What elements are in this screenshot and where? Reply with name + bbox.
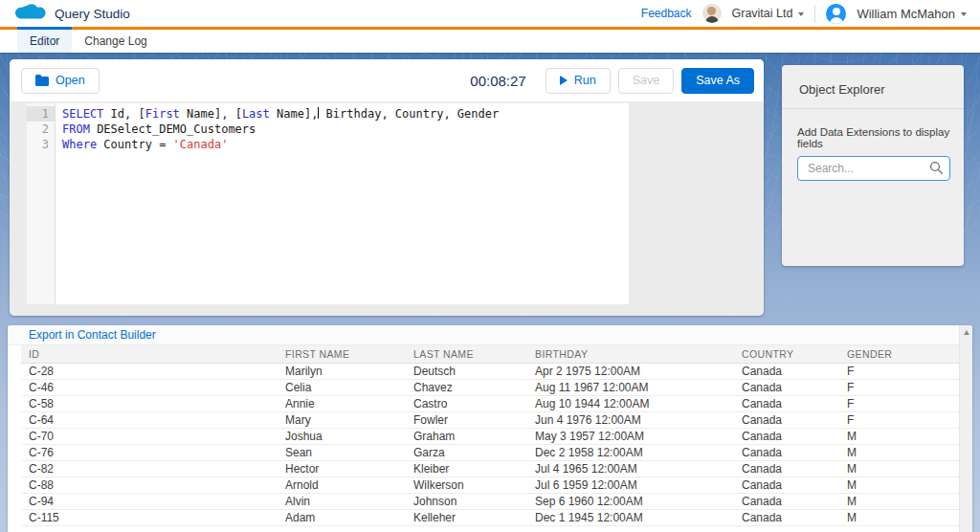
save-button[interactable]: Save xyxy=(618,68,675,94)
export-contact-builder-link[interactable]: Export in Contact Builder xyxy=(29,328,156,342)
table-cell: Canada xyxy=(734,364,839,380)
table-cell: Canada xyxy=(734,445,839,461)
results-card: Export in Contact Builder IDFIRST NAMELA… xyxy=(8,325,972,532)
query-editor-card: Open 00:08:27 Run Save Save As xyxy=(10,59,764,316)
table-cell: Canada xyxy=(734,412,839,429)
table-cell: F xyxy=(839,364,959,380)
code-token: Id, [ xyxy=(103,107,145,121)
table-cell: Kelleher xyxy=(406,510,527,526)
tab-change-log[interactable]: Change Log xyxy=(72,27,159,53)
column-header: GENDER xyxy=(839,345,959,364)
table-cell: F xyxy=(839,412,959,429)
search-box xyxy=(797,156,950,181)
search-input[interactable] xyxy=(797,156,950,181)
table-cell: Castro xyxy=(406,396,527,412)
code-area[interactable]: SELECT Id, [First Name], [Last Name], Bi… xyxy=(56,103,499,304)
photo-avatar[interactable] xyxy=(702,4,722,23)
editor-toolbar: Open 00:08:27 Run Save Save As xyxy=(10,59,764,101)
top-bar-right: Feedback Gravitai Ltd William McMahon xyxy=(641,4,967,24)
code-token: First xyxy=(145,107,180,121)
code-token: DESelect_DEMO_Customers xyxy=(90,122,256,136)
table-cell: Marilyn xyxy=(278,364,406,380)
sql-code-editor[interactable]: 123 SELECT Id, [First Name], [Last Name]… xyxy=(27,103,629,304)
code-token: Last xyxy=(242,107,270,121)
divider xyxy=(814,5,815,23)
table-cell: C-46 xyxy=(21,380,278,396)
object-explorer-panel: Object Explorer Add Data Extensions to d… xyxy=(782,65,964,266)
table-row[interactable]: C-82HectorKleiberJul 4 1965 12:00AMCanad… xyxy=(21,461,959,477)
table-row[interactable]: C-115AdamKelleherDec 1 1945 12:00AMCanad… xyxy=(21,510,959,526)
table-cell: Apr 2 1975 12:00AM xyxy=(527,364,734,380)
save-as-button-label: Save As xyxy=(696,74,740,87)
line-number-gutter: 123 xyxy=(27,103,56,304)
table-cell: Canada xyxy=(734,396,839,412)
table-cell: Garza xyxy=(406,445,527,461)
code-line: Where Country = 'Canada' xyxy=(62,137,499,152)
table-row[interactable]: C-88ArnoldWilkersonJul 6 1959 12:00AMCan… xyxy=(21,477,959,494)
code-line: SELECT Id, [First Name], [Last Name], Bi… xyxy=(62,106,499,122)
table-cell: Aug 11 1967 12:00AM xyxy=(527,380,734,396)
feedback-link[interactable]: Feedback xyxy=(641,7,692,20)
table-cell: M xyxy=(839,429,959,445)
code-line: FROM DESelect_DEMO_Customers xyxy=(62,122,499,137)
org-name: Gravitai Ltd xyxy=(732,7,793,20)
chevron-down-icon xyxy=(961,12,967,16)
table-row[interactable]: C-58AnnieCastroAug 10 1944 12:00AMCanada… xyxy=(21,396,959,412)
table-cell: M xyxy=(839,445,959,461)
table-cell: May 3 1957 12:00AM xyxy=(527,429,734,445)
code-token: FROM xyxy=(62,122,90,136)
user-avatar-icon[interactable] xyxy=(826,4,846,24)
chevron-down-icon xyxy=(798,12,804,16)
table-cell: Fowler xyxy=(406,412,527,429)
main-background: Open 00:08:27 Run Save Save As xyxy=(0,53,980,532)
column-header: FIRST NAME xyxy=(278,345,406,364)
table-cell: Joshua xyxy=(278,429,406,445)
table-cell: Sean xyxy=(278,445,406,461)
table-cell: Graham xyxy=(406,429,527,445)
table-cell: Canada xyxy=(734,494,839,510)
scroll-up-icon[interactable] xyxy=(964,330,969,335)
table-cell: Aug 10 1944 12:00AM xyxy=(527,396,734,412)
run-button[interactable]: Run xyxy=(546,68,611,94)
table-cell: Johnson xyxy=(406,494,527,510)
table-cell: C-94 xyxy=(21,494,278,510)
query-timer: 00:08:27 xyxy=(470,73,525,89)
play-icon xyxy=(560,76,568,85)
save-as-button[interactable]: Save As xyxy=(681,68,754,94)
table-header-row: IDFIRST NAMELAST NAMEBIRTHDAYCOUNTRYGEND… xyxy=(21,345,959,364)
table-cell: Canada xyxy=(734,380,839,396)
results-table: IDFIRST NAMELAST NAMEBIRTHDAYCOUNTRYGEND… xyxy=(21,345,959,526)
line-number: 1 xyxy=(27,106,55,122)
vertical-scrollbar[interactable] xyxy=(959,325,972,532)
run-button-label: Run xyxy=(574,74,596,87)
table-row[interactable]: C-64MaryFowlerJun 4 1976 12:00AMCanadaF xyxy=(21,412,959,429)
table-cell: F xyxy=(839,380,959,396)
column-header: LAST NAME xyxy=(406,345,527,364)
table-cell: F xyxy=(839,396,959,412)
table-cell: M xyxy=(839,461,959,477)
app-title: Query Studio xyxy=(55,7,130,21)
table-cell: Celia xyxy=(278,380,406,396)
query-studio-app: Query Studio Feedback Gravitai Ltd Willi… xyxy=(0,0,980,532)
tab-bar: EditorChange Log xyxy=(0,30,980,53)
open-button[interactable]: Open xyxy=(21,68,100,94)
table-cell: Canada xyxy=(734,477,839,494)
table-cell: M xyxy=(839,477,959,494)
table-row[interactable]: C-28MarilynDeutschApr 2 1975 12:00AMCana… xyxy=(21,364,959,380)
search-icon xyxy=(929,161,944,175)
table-cell: C-28 xyxy=(21,364,278,380)
user-menu[interactable]: William McMahon xyxy=(857,7,967,21)
table-row[interactable]: C-76SeanGarzaDec 2 1958 12:00AMCanadaM xyxy=(21,445,959,461)
table-cell: Adam xyxy=(278,510,406,526)
org-menu[interactable]: Gravitai Ltd xyxy=(732,7,805,20)
tab-editor[interactable]: Editor xyxy=(17,27,72,53)
user-name: William McMahon xyxy=(857,7,955,21)
table-cell: C-64 xyxy=(21,412,278,429)
table-row[interactable]: C-94AlvinJohnsonSep 6 1960 12:00AMCanada… xyxy=(21,494,959,510)
table-cell: C-82 xyxy=(21,461,278,477)
table-row[interactable]: C-46CeliaChavezAug 11 1967 12:00AMCanada… xyxy=(21,380,959,396)
table-cell: Chavez xyxy=(406,380,527,396)
table-row[interactable]: C-70JoshuaGrahamMay 3 1957 12:00AMCanada… xyxy=(21,429,959,445)
table-cell: Sep 6 1960 12:00AM xyxy=(527,494,734,510)
table-cell: C-70 xyxy=(21,429,278,445)
